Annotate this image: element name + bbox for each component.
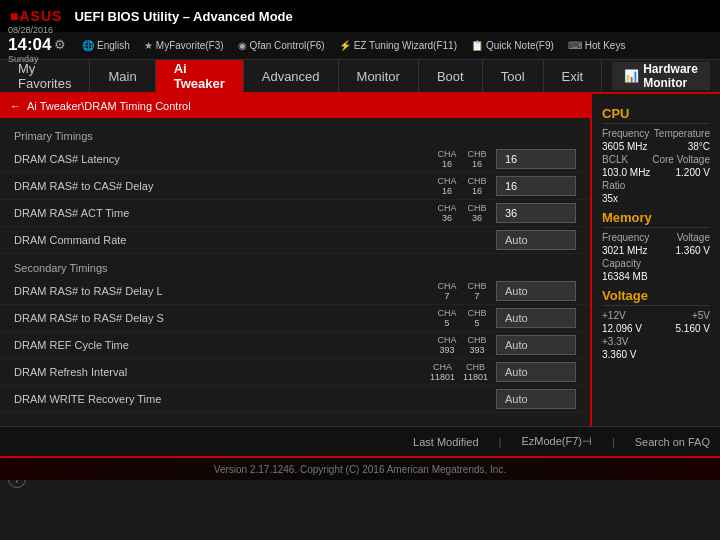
quicknote-label: Quick Note(F9) bbox=[486, 40, 554, 51]
cpu-section-title: CPU bbox=[602, 106, 710, 124]
language-icon: 🌐 bbox=[82, 40, 94, 51]
write-recovery-label: DRAM WRITE Recovery Time bbox=[14, 393, 428, 405]
setting-row-refresh-interval: DRAM Refresh Interval CHA 11801 CHB 1180… bbox=[0, 359, 590, 386]
ras-ras-l-value[interactable]: Auto bbox=[496, 281, 576, 301]
breadcrumb-path: Ai Tweaker\DRAM Timing Control bbox=[27, 100, 191, 112]
capacity-label: Capacity bbox=[602, 258, 641, 269]
quicknote-button[interactable]: 📋 Quick Note(F9) bbox=[471, 40, 554, 51]
tab-monitor[interactable]: Monitor bbox=[339, 60, 419, 92]
footer-text: Version 2.17.1246. Copyright (C) 2016 Am… bbox=[214, 464, 506, 475]
ras-ras-l-channels: CHA 7 CHB 7 bbox=[436, 281, 488, 301]
ref-cycle-label: DRAM REF Cycle Time bbox=[14, 339, 436, 351]
core-voltage-value: 1.200 V bbox=[676, 167, 710, 178]
setting-row-ras-ras-s: DRAM RAS# to RAS# Delay S CHA 5 CHB 5 Au… bbox=[0, 305, 590, 332]
ras-ras-l-chb-col: CHB 7 bbox=[466, 281, 488, 301]
info-bar: 08/28/2016 14:04 ⚙ Sunday 🌐 English ★ My… bbox=[0, 32, 720, 60]
mem-freq-value: 3021 MHz bbox=[602, 245, 648, 256]
5v-label: +5V bbox=[692, 310, 710, 321]
keyboard-icon: ⌨ bbox=[568, 40, 582, 51]
footer: Version 2.17.1246. Copyright (C) 2016 Am… bbox=[0, 456, 720, 480]
ratio-label: Ratio bbox=[602, 180, 625, 191]
voltage-12-5-row: +12V +5V bbox=[602, 310, 710, 321]
ras-cas-channels: CHA 16 CHB 16 bbox=[436, 176, 488, 196]
tab-my-favorites[interactable]: My Favorites bbox=[0, 60, 90, 92]
mem-freq-label: Frequency bbox=[602, 232, 649, 243]
cpu-bclk-row: BCLK Core Voltage bbox=[602, 154, 710, 165]
secondary-timings-header: Secondary Timings bbox=[0, 258, 590, 278]
cpu-freq-value: 3605 MHz bbox=[602, 141, 648, 152]
ras-act-channels: CHA 36 CHB 36 bbox=[436, 203, 488, 223]
eztuning-button[interactable]: ⚡ EZ Tuning Wizard(F11) bbox=[339, 40, 457, 51]
ref-cycle-value[interactable]: Auto bbox=[496, 335, 576, 355]
cpu-ratio-row: Ratio bbox=[602, 180, 710, 191]
fan-icon: ◉ bbox=[238, 40, 247, 51]
star-icon: ★ bbox=[144, 40, 153, 51]
ras-ras-s-cha-col: CHA 5 bbox=[436, 308, 458, 328]
tab-tool[interactable]: Tool bbox=[483, 60, 544, 92]
settings-list: Primary Timings DRAM CAS# Latency CHA 16… bbox=[0, 118, 590, 426]
language-selector[interactable]: 🌐 English bbox=[82, 40, 130, 51]
refresh-interval-value[interactable]: Auto bbox=[496, 362, 576, 382]
ras-act-value[interactable]: 36 bbox=[496, 203, 576, 223]
refresh-interval-cha-col: CHA 11801 bbox=[430, 362, 455, 382]
qfan-button[interactable]: ◉ Qfan Control(F6) bbox=[238, 40, 325, 51]
bclk-label: BCLK bbox=[602, 154, 628, 165]
setting-row-ras-cas: DRAM RAS# to CAS# Delay CHA 16 CHB 16 16 bbox=[0, 173, 590, 200]
voltage-12-5-values: 12.096 V 5.160 V bbox=[602, 323, 710, 334]
33v-label: +3.3V bbox=[602, 336, 628, 347]
ras-cas-cha-col: CHA 16 bbox=[436, 176, 458, 196]
hotkeys-button[interactable]: ⌨ Hot Keys bbox=[568, 40, 626, 51]
33v-value: 3.360 V bbox=[602, 349, 636, 360]
tab-main[interactable]: Main bbox=[90, 60, 155, 92]
tab-ai-tweaker[interactable]: Ai Tweaker bbox=[156, 60, 244, 92]
search-faq-button[interactable]: Search on FAQ bbox=[635, 436, 710, 448]
ras-ras-s-value[interactable]: Auto bbox=[496, 308, 576, 328]
setting-row-ref-cycle: DRAM REF Cycle Time CHA 393 CHB 393 Auto bbox=[0, 332, 590, 359]
write-recovery-value[interactable]: Auto bbox=[496, 389, 576, 409]
mem-freq-row: Frequency Voltage bbox=[602, 232, 710, 243]
main-layout: ← Ai Tweaker\DRAM Timing Control Primary… bbox=[0, 94, 720, 426]
ras-cas-value[interactable]: 16 bbox=[496, 176, 576, 196]
ratio-value: 35x bbox=[602, 193, 618, 204]
core-voltage-label: Core Voltage bbox=[652, 154, 710, 165]
gear-icon[interactable]: ⚙ bbox=[54, 38, 66, 52]
back-arrow-icon[interactable]: ← bbox=[10, 100, 21, 112]
ref-cycle-cha-col: CHA 393 bbox=[436, 335, 458, 355]
hw-monitor-panel: CPU Frequency Temperature 3605 MHz 38°C … bbox=[590, 94, 720, 426]
refresh-interval-chb-col: CHB 11801 bbox=[463, 362, 488, 382]
cpu-frequency-values: 3605 MHz 38°C bbox=[602, 141, 710, 152]
ref-cycle-channels: CHA 393 CHB 393 bbox=[436, 335, 488, 355]
setting-row-ras-act: DRAM RAS# ACT Time CHA 36 CHB 36 36 bbox=[0, 200, 590, 227]
tab-exit[interactable]: Exit bbox=[544, 60, 603, 92]
ras-act-cha-col: CHA 36 bbox=[436, 203, 458, 223]
cpu-bclk-values: 103.0 MHz 1.200 V bbox=[602, 167, 710, 178]
tab-boot[interactable]: Boot bbox=[419, 60, 483, 92]
monitor-icon: 📊 bbox=[624, 69, 639, 83]
tab-advanced[interactable]: Advanced bbox=[244, 60, 339, 92]
hw-monitor-tab: 📊 Hardware Monitor bbox=[612, 62, 710, 90]
qfan-label: Qfan Control(F6) bbox=[250, 40, 325, 51]
cmd-rate-value[interactable]: Auto bbox=[496, 230, 576, 250]
setting-row-ras-ras-l: DRAM RAS# to RAS# Delay L CHA 7 CHB 7 Au… bbox=[0, 278, 590, 305]
myfavorite-button[interactable]: ★ MyFavorite(F3) bbox=[144, 40, 224, 51]
setting-row-cas-latency: DRAM CAS# Latency CHA 16 CHB 16 16 bbox=[0, 146, 590, 173]
ras-ras-s-channels: CHA 5 CHB 5 bbox=[436, 308, 488, 328]
primary-timings-header: Primary Timings bbox=[0, 126, 590, 146]
cas-chb-col: CHB 16 bbox=[466, 149, 488, 169]
cas-latency-value[interactable]: 16 bbox=[496, 149, 576, 169]
cpu-freq-label: Frequency bbox=[602, 128, 649, 139]
language-label: English bbox=[97, 40, 130, 51]
cas-latency-channels: CHA 16 CHB 16 bbox=[436, 149, 488, 169]
5v-value: 5.160 V bbox=[676, 323, 710, 334]
note-icon: 📋 bbox=[471, 40, 483, 51]
ezmode-button[interactable]: EzMode(F7)⊣ bbox=[521, 435, 592, 448]
mem-capacity-value-row: 16384 MB bbox=[602, 271, 710, 282]
ras-cas-chb-col: CHB 16 bbox=[466, 176, 488, 196]
cas-latency-label: DRAM CAS# Latency bbox=[14, 153, 436, 165]
cmd-rate-label: DRAM Command Rate bbox=[14, 234, 428, 246]
mem-voltage-label: Voltage bbox=[677, 232, 710, 243]
ras-ras-l-cha-col: CHA 7 bbox=[436, 281, 458, 301]
voltage-section-title: Voltage bbox=[602, 288, 710, 306]
bclk-value: 103.0 MHz bbox=[602, 167, 650, 178]
content-area: ← Ai Tweaker\DRAM Timing Control Primary… bbox=[0, 94, 590, 426]
